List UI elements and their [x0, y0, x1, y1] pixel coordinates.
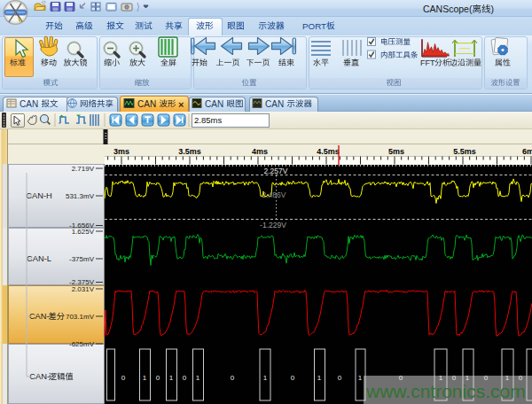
- svg-text:0: 0: [121, 374, 126, 382]
- svg-text:1: 1: [143, 374, 147, 382]
- svg-text:0: 0: [291, 374, 295, 382]
- svg-text:0: 0: [156, 374, 160, 382]
- svg-text:3ms: 3ms: [113, 147, 129, 156]
- svg-text:CAN: CAN: [205, 99, 223, 109]
- svg-text:1: 1: [263, 374, 268, 382]
- svg-text:1.625V: 1.625V: [72, 228, 95, 236]
- svg-text:): ): [491, 4, 495, 14]
- svg-text:5ms: 5ms: [388, 147, 404, 156]
- svg-text:×: ×: [178, 99, 184, 110]
- svg-text:703.1mV: 703.1mV: [66, 313, 95, 321]
- svg-text:FFT: FFT: [420, 58, 435, 67]
- svg-text:1: 1: [358, 374, 363, 382]
- svg-text:3.5ms: 3.5ms: [178, 147, 201, 156]
- svg-text:CANScope(: CANScope(: [423, 4, 473, 14]
- svg-text:PORT: PORT: [302, 21, 326, 31]
- svg-text:www.cntronics.com: www.cntronics.com: [365, 381, 526, 401]
- svg-text:CAN-: CAN-: [29, 312, 50, 321]
- svg-text:-375mV: -375mV: [69, 255, 95, 263]
- svg-text:531.3mV: 531.3mV: [66, 192, 95, 200]
- svg-text:2.257V: 2.257V: [264, 167, 288, 175]
- svg-text:5.5ms: 5.5ms: [453, 147, 476, 156]
- svg-text:0: 0: [338, 374, 342, 382]
- svg-text:1: 1: [196, 374, 200, 382]
- svg-text:2.486V: 2.486V: [262, 190, 286, 199]
- svg-text:CAN: CAN: [265, 99, 284, 109]
- svg-text:0: 0: [183, 374, 187, 382]
- svg-text:1: 1: [317, 374, 322, 382]
- svg-text:1: 1: [169, 374, 174, 382]
- svg-text:6ms: 6ms: [522, 147, 532, 156]
- svg-text:2.85ms: 2.85ms: [194, 115, 222, 125]
- svg-text:2.031V: 2.031V: [72, 285, 95, 293]
- svg-text:4.5ms: 4.5ms: [317, 147, 340, 156]
- svg-text:CAN: CAN: [137, 99, 156, 109]
- svg-text:4ms: 4ms: [252, 147, 268, 156]
- svg-text:CAN: CAN: [20, 99, 38, 109]
- svg-text:-625mV: -625mV: [69, 340, 95, 348]
- svg-text:CAN-: CAN-: [29, 372, 50, 381]
- svg-text:0: 0: [231, 374, 235, 382]
- svg-text:-1.229V: -1.229V: [260, 221, 286, 229]
- svg-text:2.719V: 2.719V: [72, 165, 95, 173]
